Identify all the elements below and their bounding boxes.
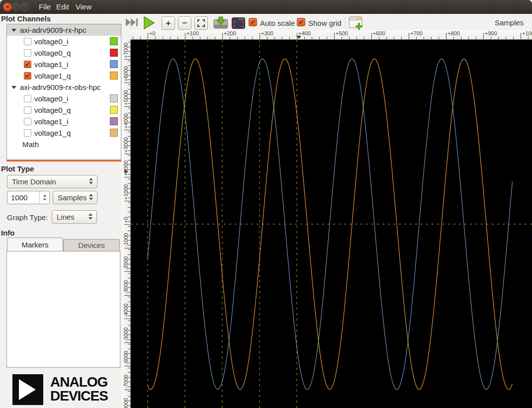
y-axis-tick-label: +3000: [123, 137, 129, 153]
channel-color-swatch[interactable]: [110, 129, 118, 137]
y-axis-tick-label: +2000: [123, 161, 129, 176]
minimize-icon[interactable]: −: [11, 2, 20, 11]
menu-edit[interactable]: Edit: [54, 2, 71, 12]
y-axis-tick-label: -7000: [123, 374, 129, 388]
toolbar-separator: [345, 16, 346, 28]
tab-markers[interactable]: Markers: [7, 238, 63, 251]
tab-devices[interactable]: Devices: [63, 239, 120, 251]
math-label: Math: [22, 140, 39, 149]
channel-tree[interactable]: axi-adrv9009-rx-hpcvoltage0_ivoltage0_qv…: [6, 24, 121, 160]
show-grid-checkbox[interactable]: [297, 18, 305, 26]
channel-row-voltage0_q[interactable]: voltage0_q: [7, 104, 121, 116]
y-axis-tick-label: -2000: [123, 256, 129, 270]
y-axis-tick-label: -3000: [123, 280, 129, 294]
y-axis-tick-label: +4000: [123, 113, 129, 129]
zoom-out-icon[interactable]: −: [178, 16, 191, 30]
y-axis-tick-label: -8000: [123, 398, 129, 408]
channel-color-swatch[interactable]: [110, 117, 118, 125]
y-axis-tick-label: +7000: [123, 43, 129, 58]
plot-area[interactable]: [131, 40, 532, 408]
analog-devices-logo: [12, 374, 43, 405]
zoom-in-icon[interactable]: +: [162, 16, 175, 30]
plot-type-select[interactable]: Time Domain: [7, 175, 97, 188]
x-axis-tick-label: +1000: [522, 30, 532, 36]
capture-skip-icon[interactable]: [126, 18, 139, 29]
save-icon[interactable]: [213, 16, 229, 32]
logo-text-line1: ANALOG: [50, 375, 120, 389]
channel-row-voltage0_q[interactable]: voltage0_q: [7, 47, 121, 59]
x-axis-tick-label: +100: [186, 30, 199, 36]
channel-checkbox[interactable]: [24, 72, 31, 80]
sample-unit-value: Samples: [58, 193, 87, 202]
show-grid-label[interactable]: Show grid: [308, 19, 342, 27]
channel-checkbox[interactable]: [24, 49, 31, 57]
y-axis-tick-label: -4000: [123, 304, 129, 318]
plot-channels-heading: Plot Channels: [1, 14, 51, 23]
auto-scale-label[interactable]: Auto scale: [260, 19, 295, 27]
info-heading: Info: [1, 229, 15, 237]
pane-separator[interactable]: [6, 160, 121, 162]
y-axis-tick-label: +0: [123, 217, 129, 223]
combo-arrows-icon: [89, 213, 92, 220]
channel-label: voltage0_q: [34, 49, 71, 57]
y-axis-tick-label: -5000: [123, 327, 129, 341]
channel-color-swatch[interactable]: [110, 106, 118, 114]
sample-count-input[interactable]: 1000: [7, 191, 50, 204]
channel-row-voltage1_i[interactable]: voltage1_i: [7, 116, 121, 127]
horizontal-ruler: +0+100+200+300+400+500+600+700+800+900+1…: [131, 30, 532, 40]
waveform-canvas: [131, 40, 532, 408]
channel-row-voltage1_q[interactable]: voltage1_q: [7, 70, 121, 82]
channel-color-swatch[interactable]: [110, 60, 118, 68]
graph-type-label: Graph Type:: [7, 213, 48, 222]
channel-color-swatch[interactable]: [110, 49, 118, 57]
zoom-fit-icon[interactable]: [194, 16, 208, 30]
y-axis-tick-label: -1000: [123, 233, 129, 246]
sample-count-value: 1000: [11, 193, 27, 202]
tree-item-math[interactable]: Math: [7, 139, 121, 150]
channel-row-voltage1_q[interactable]: voltage1_q: [7, 127, 121, 139]
y-axis-tick-label: -6000: [123, 351, 129, 365]
channel-color-swatch[interactable]: [110, 37, 118, 45]
maximize-icon[interactable]: ▢: [20, 2, 29, 11]
channel-row-voltage1_i[interactable]: voltage1_i: [7, 59, 121, 70]
channel-checkbox[interactable]: [24, 118, 31, 125]
expander-icon[interactable]: [11, 86, 16, 89]
tree-group-axi-adrv9009-rx-obs-hpc[interactable]: axi-adrv9009-rx-obs-hpc: [7, 82, 121, 93]
auto-scale-checkbox[interactable]: [249, 18, 257, 26]
x-axis-tick-label: +200: [224, 30, 236, 36]
play-icon[interactable]: [143, 16, 155, 31]
y-axis-tick-label: +6000: [123, 66, 129, 82]
combo-arrows-icon: [89, 194, 93, 200]
menu-view[interactable]: View: [74, 2, 93, 12]
tree-group-axi-adrv9009-rx-hpc[interactable]: axi-adrv9009-rx-hpc: [7, 24, 121, 36]
spinner-arrows-icon[interactable]: [39, 191, 49, 204]
channel-checkbox[interactable]: [24, 129, 31, 137]
sample-unit-select[interactable]: Samples: [53, 191, 97, 204]
channel-color-swatch[interactable]: [110, 72, 118, 80]
menu-file[interactable]: File: [37, 2, 53, 12]
channel-label: voltage1_i: [34, 117, 68, 126]
samples-axis-label: Samples: [495, 18, 524, 27]
x-axis-tick-label: +600: [373, 30, 385, 36]
channel-checkbox[interactable]: [24, 38, 31, 45]
fullscreen-icon[interactable]: [232, 17, 245, 31]
titlebar: ✕ − ▢ File Edit View: [0, 0, 532, 14]
channel-color-swatch[interactable]: [110, 94, 118, 102]
group-label: axi-adrv9009-rx-hpc: [20, 26, 86, 34]
graph-type-select[interactable]: Lines: [52, 210, 97, 224]
y-axis-tick-label: +5000: [123, 90, 129, 105]
channel-label: voltage1_q: [34, 72, 71, 80]
x-axis-tick-label: +900: [485, 30, 497, 36]
markers-panel: [6, 251, 120, 368]
y-axis-tick-label: +1000: [123, 184, 129, 200]
channel-checkbox[interactable]: [24, 95, 31, 102]
channel-checkbox[interactable]: [24, 106, 31, 114]
expander-icon[interactable]: [11, 29, 16, 32]
x-axis-tick-label: +500: [336, 30, 348, 36]
channel-row-voltage0_i[interactable]: voltage0_i: [7, 36, 121, 47]
combo-arrows-icon: [89, 178, 93, 184]
plot-type-heading: Plot Type: [1, 164, 34, 173]
channel-row-voltage0_i[interactable]: voltage0_i: [7, 93, 121, 104]
close-icon[interactable]: ✕: [3, 2, 12, 11]
channel-checkbox[interactable]: [24, 61, 31, 68]
